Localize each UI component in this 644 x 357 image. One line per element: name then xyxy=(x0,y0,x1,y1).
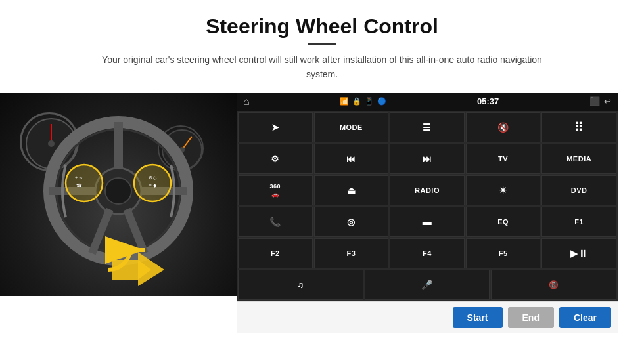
nav-btn-prev[interactable]: ⏮ xyxy=(314,144,389,174)
arrow-svg xyxy=(105,234,171,286)
screen-icon: ⬛ xyxy=(589,96,600,106)
title-divider xyxy=(308,43,336,45)
settings-icon: ⚙ xyxy=(271,154,280,164)
nav-btn-next[interactable]: ⏭ xyxy=(390,144,465,174)
nav-time: 05:37 xyxy=(477,96,499,106)
nav-btn-media[interactable]: MEDIA xyxy=(541,144,616,174)
apps-icon: ⠿ xyxy=(574,120,584,135)
list-icon: ☰ xyxy=(423,122,432,133)
mic-icon: 🎤 xyxy=(421,280,433,290)
nav-right-icons: ⬛ ↩ xyxy=(589,96,611,106)
nav-btn-screen[interactable]: ▬ xyxy=(390,207,465,237)
nav-btn-phone[interactable]: 📞 xyxy=(238,207,313,237)
f2-label: F2 xyxy=(271,249,280,257)
nav-btn-playpause[interactable]: ▶⏸ xyxy=(541,238,616,268)
nav-btn-mode[interactable]: MODE xyxy=(314,112,389,142)
hangup-icon: 📵 xyxy=(549,280,559,289)
dvd-label: DVD xyxy=(571,186,587,194)
f1-label: F1 xyxy=(574,218,584,226)
360-car-icon: 🚗 xyxy=(271,191,279,198)
bottom-action-bar: Start End Clear xyxy=(237,301,618,333)
radio-label: RADIO xyxy=(415,186,440,194)
music-icon: ♫ xyxy=(297,280,304,290)
nav-btn-f5[interactable]: F5 xyxy=(466,238,541,268)
swipe-icon: ◎ xyxy=(347,217,356,227)
svg-text:⚙  ◇: ⚙ ◇ xyxy=(149,175,158,180)
nav-btn-f1[interactable]: F1 xyxy=(541,207,616,237)
nav-btn-f2[interactable]: F2 xyxy=(238,238,313,268)
next-icon: ⏭ xyxy=(423,154,432,164)
svg-point-15 xyxy=(66,165,103,201)
nav-btn-mic[interactable]: 🎤 xyxy=(365,270,490,300)
prev-icon: ⏮ xyxy=(346,154,356,164)
nav-btn-dvd[interactable]: DVD xyxy=(541,175,616,205)
clear-button[interactable]: Clear xyxy=(559,307,611,328)
subtitle: Your original car's steering wheel contr… xyxy=(92,52,552,82)
eject-icon: ⏏ xyxy=(347,185,356,196)
btn-grid: ➤ MODE ☰ 🔇 ⠿ ⚙ ⏮ xyxy=(237,111,618,270)
360-label: 360 xyxy=(270,183,281,190)
mode-label: MODE xyxy=(340,123,363,131)
phone-icon: 📞 xyxy=(269,217,281,227)
end-button[interactable]: End xyxy=(508,307,554,328)
nav-btn-apps[interactable]: ⠿ xyxy=(541,112,616,142)
btn-grid-last: ♫ 🎤 📵 xyxy=(237,270,618,301)
svg-text:+  ∿: + ∿ xyxy=(75,175,83,180)
nav-btn-list[interactable]: ☰ xyxy=(390,112,465,142)
wifi-icon: 📶 xyxy=(340,97,349,106)
home-icon: ⌂ xyxy=(243,96,250,108)
nav-btn-tv[interactable]: TV xyxy=(466,144,541,174)
nav-btn-music[interactable]: ♫ xyxy=(238,270,363,300)
sw-background: + ∿ - ☎ ⚙ ◇ ≡ ◆ xyxy=(0,93,237,296)
f4-label: F4 xyxy=(423,249,432,257)
nav-btn-f3[interactable]: F3 xyxy=(314,238,389,268)
page-container: Steering Wheel Control Your original car… xyxy=(0,0,644,333)
svg-marker-23 xyxy=(138,252,164,286)
sim-icon: 📱 xyxy=(365,97,374,106)
steering-wheel-image: + ∿ - ☎ ⚙ ◇ ≡ ◆ xyxy=(0,93,237,296)
svg-text:-  ☎: - ☎ xyxy=(73,183,81,188)
nav-btn-radio[interactable]: RADIO xyxy=(390,175,465,205)
nav-btn-mute[interactable]: 🔇 xyxy=(466,112,541,142)
svg-text:≡  ◆: ≡ ◆ xyxy=(149,183,156,188)
bluetooth-icon: 🔵 xyxy=(377,97,386,106)
nav-btn-settings[interactable]: ⚙ xyxy=(238,144,313,174)
playpause-icon: ▶⏸ xyxy=(570,248,587,259)
nav-btn-brightness[interactable]: ☀ xyxy=(466,175,541,205)
svg-point-9 xyxy=(105,178,131,204)
mute-icon: 🔇 xyxy=(497,122,509,133)
nav-btn-swipe[interactable]: ◎ xyxy=(314,207,389,237)
brightness-icon: ☀ xyxy=(499,185,508,196)
main-section: + ∿ - ☎ ⚙ ◇ ≡ ◆ xyxy=(0,93,644,333)
nav-panel: ⌂ 📶 🔒 📱 🔵 05:37 ⬛ ↩ ➤ xyxy=(237,93,618,333)
tv-label: TV xyxy=(498,155,508,163)
nav-btn-navigate[interactable]: ➤ xyxy=(238,112,313,142)
nav-btn-360[interactable]: 360 🚗 xyxy=(238,175,313,205)
nav-status-bar: ⌂ 📶 🔒 📱 🔵 05:37 ⬛ ↩ xyxy=(237,93,618,111)
f3-label: F3 xyxy=(346,249,356,257)
f5-label: F5 xyxy=(499,249,508,257)
back-icon: ↩ xyxy=(604,96,611,106)
status-icons: 📶 🔒 📱 🔵 xyxy=(340,97,386,106)
start-button[interactable]: Start xyxy=(453,307,503,328)
lock-icon: 🔒 xyxy=(352,97,361,106)
nav-btn-f4[interactable]: F4 xyxy=(390,238,465,268)
navigate-icon: ➤ xyxy=(271,122,280,133)
nav-btn-eject[interactable]: ⏏ xyxy=(314,175,389,205)
screen-rect-icon: ▬ xyxy=(423,217,432,227)
media-label: MEDIA xyxy=(566,155,591,163)
page-title: Steering Wheel Control xyxy=(0,0,644,43)
nav-btn-eq[interactable]: EQ xyxy=(466,207,541,237)
nav-btn-hangup[interactable]: 📵 xyxy=(491,270,616,300)
eq-label: EQ xyxy=(497,218,509,226)
